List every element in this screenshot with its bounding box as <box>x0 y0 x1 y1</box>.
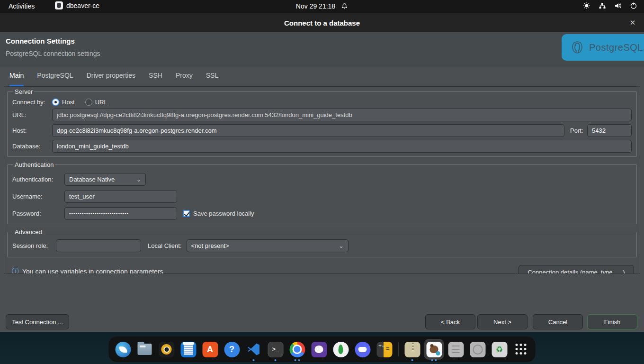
connection-details-button[interactable]: Connection details (name, type, ... ) <box>519 265 634 274</box>
radio-host[interactable] <box>52 99 59 106</box>
calculator-icon: +−= <box>376 342 392 357</box>
advanced-row: Session role: Local Client: <not present… <box>12 239 632 252</box>
disk-icon <box>470 342 485 357</box>
postgresql-banner: PostgreSQL <box>562 34 644 61</box>
chevron-down-icon: ⌄ <box>339 243 343 249</box>
dock-item-discord[interactable] <box>352 337 374 362</box>
dock-item-github-desktop[interactable] <box>308 337 330 362</box>
tab-postgresql[interactable]: PostgreSQL <box>37 72 73 86</box>
dock-item-thunderbird[interactable] <box>112 337 134 362</box>
thunderbird-icon <box>115 342 131 357</box>
dock-item-rhythmbox[interactable] <box>156 337 178 362</box>
system-tray[interactable] <box>583 2 637 9</box>
dock-item-app-grid[interactable] <box>510 337 532 362</box>
chrome-icon <box>289 342 305 357</box>
back-button[interactable]: < Back <box>425 314 475 329</box>
chevron-down-icon: ⌄ <box>136 176 141 183</box>
test-connection-button[interactable]: Test Connection ... <box>6 314 69 329</box>
auth-type-select[interactable]: Database Native ⌄ <box>64 173 146 186</box>
dialog-titlebar[interactable]: Connect to a database ✕ <box>0 13 644 32</box>
dock-item-mongodb[interactable] <box>330 337 352 362</box>
dock-item-calculator[interactable]: +−= <box>374 337 395 362</box>
dock-item-vscode[interactable] <box>243 337 265 362</box>
clock-text: Nov 29 21:18 <box>296 2 335 10</box>
libreoffice-writer-icon <box>180 342 196 357</box>
username-input[interactable]: test_user <box>64 190 177 203</box>
url-row: URL: jdbc:postgresql://dpg-ce2c8i82i3mku… <box>12 109 632 121</box>
postgresql-elephant-icon <box>569 39 585 55</box>
tab-main[interactable]: Main <box>9 72 24 86</box>
app-grid-icon <box>516 344 527 355</box>
github-desktop-icon <box>311 342 327 357</box>
dbeaver-icon <box>426 342 442 357</box>
auth-type-label: Authentication: <box>12 176 64 183</box>
url-label: URL: <box>12 111 52 118</box>
session-role-input[interactable] <box>56 239 141 252</box>
close-icon[interactable]: ✕ <box>627 17 638 28</box>
tab-proxy[interactable]: Proxy <box>176 72 193 86</box>
dock-item-settings-list[interactable] <box>445 337 467 362</box>
host-label: Host: <box>12 127 52 134</box>
radio-host-label[interactable]: Host <box>62 99 75 106</box>
brightness-icon <box>583 2 590 9</box>
local-client-select[interactable]: <not present> ⌄ <box>187 239 349 252</box>
settings-tabs: Main PostgreSQL Driver properties SSH Pr… <box>0 72 644 86</box>
clock-area[interactable]: Nov 29 21:18 <box>0 2 644 10</box>
password-row: Password: •••••••••••••••••••••••••••• S… <box>12 207 632 220</box>
radio-url-label[interactable]: URL <box>95 99 107 106</box>
connect-by-label: Connect by: <box>12 99 52 106</box>
local-client-value: <not present> <box>191 242 229 249</box>
tab-ssl[interactable]: SSL <box>206 72 218 86</box>
dock-item-chrome[interactable] <box>286 337 308 362</box>
auth-type-row: Authentication: Database Native ⌄ <box>12 173 632 186</box>
advanced-group-legend: Advanced <box>13 228 44 236</box>
archive-manager-icon <box>404 342 420 357</box>
authentication-group-legend: Authentication <box>13 161 55 168</box>
postgresql-banner-label: PostgreSQL <box>589 42 643 53</box>
dock: A ? >_ <box>109 337 536 362</box>
content-footer: ⓘ You can use variables in connection pa… <box>12 265 635 274</box>
connect-by-row: Connect by: Host URL <box>12 99 632 106</box>
password-input[interactable]: •••••••••••••••••••••••••••• <box>64 207 177 220</box>
main-tab-content: Server Connect by: Host URL URL: jdbc:po… <box>4 86 640 274</box>
radio-url[interactable] <box>85 99 92 106</box>
desktop: A ? >_ <box>0 332 644 364</box>
url-input[interactable]: jdbc:postgresql://dpg-ce2c8i82i3mkuc8q98… <box>52 109 632 121</box>
save-password-label[interactable]: Save password locally <box>193 210 254 217</box>
host-input[interactable]: dpg-ce2c8i82i3mkuc8q98fg-a.oregon-postgr… <box>52 124 564 137</box>
info-icon: ⓘ <box>12 267 19 274</box>
dock-item-trash[interactable]: ♻ <box>489 337 510 362</box>
auth-type-value: Database Native <box>69 176 115 183</box>
tab-ssh[interactable]: SSH <box>149 72 162 86</box>
terminal-icon: >_ <box>268 342 283 357</box>
port-input[interactable]: 5432 <box>587 124 632 137</box>
dock-item-libreoffice-writer[interactable] <box>178 337 199 362</box>
dock-item-help[interactable]: ? <box>221 337 243 362</box>
tab-driver-properties[interactable]: Driver properties <box>87 72 135 86</box>
next-button[interactable]: Next > <box>477 314 528 329</box>
database-input[interactable]: london_mini_guide_testdb <box>52 140 632 153</box>
vscode-icon <box>247 342 261 356</box>
dock-item-archive-manager[interactable] <box>402 337 423 362</box>
dock-item-disk[interactable] <box>467 337 489 362</box>
dock-item-dbeaver[interactable] <box>423 337 445 362</box>
page-subtitle: PostgreSQL connection settings <box>6 50 100 57</box>
rhythmbox-icon <box>159 342 174 357</box>
username-row: Username: test_user <box>12 190 632 203</box>
cancel-button[interactable]: Cancel <box>533 314 583 329</box>
dock-item-files[interactable] <box>134 337 156 362</box>
wizard-header: Connection Settings PostgreSQL connectio… <box>0 32 644 67</box>
finish-button[interactable]: Finish <box>587 314 637 329</box>
variables-hint-text: You can use variables in connection para… <box>22 268 163 274</box>
save-password-checkbox[interactable] <box>183 210 190 217</box>
mongodb-icon <box>333 342 349 357</box>
discord-icon <box>355 342 370 357</box>
volume-icon <box>614 2 622 9</box>
dock-separator <box>398 342 399 356</box>
database-row: Database: london_mini_guide_testdb <box>12 140 632 153</box>
preferences-icon <box>448 342 464 357</box>
trash-icon: ♻ <box>492 342 507 357</box>
dock-item-terminal[interactable]: >_ <box>265 337 286 362</box>
connect-database-dialog: Connect to a database ✕ Connection Setti… <box>0 13 644 332</box>
dock-item-ubuntu-software[interactable]: A <box>199 337 221 362</box>
